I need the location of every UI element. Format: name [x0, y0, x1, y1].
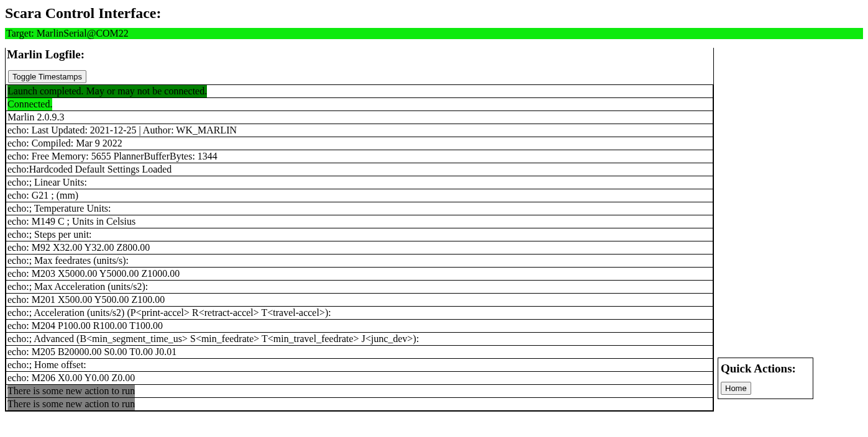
log-entry-text: Marlin 2.0.9.3 — [6, 111, 713, 124]
log-row: echo: M204 P100.00 R100.00 T100.00 — [6, 320, 713, 333]
log-row: echo: M206 X0.00 Y0.00 Z0.00 — [6, 372, 713, 385]
log-entry-text: echo:; Linear Units: — [6, 176, 713, 189]
log-row: echo: M201 X500.00 Y500.00 Z100.00 — [6, 294, 713, 307]
log-entry-text: echo: M206 X0.00 Y0.00 Z0.00 — [6, 372, 713, 385]
log-row: echo:; Max feedrates (units/s): — [6, 255, 713, 268]
log-entry-text: echo: M149 C ; Units in Celsius — [6, 215, 713, 228]
log-row: echo:; Acceleration (units/s2) (P<print-… — [6, 307, 713, 320]
log-entry-text: echo:; Max feedrates (units/s): — [6, 255, 713, 268]
home-button[interactable]: Home — [721, 382, 751, 395]
log-entry-text: echo: M203 X5000.00 Y5000.00 Z1000.00 — [6, 268, 713, 281]
logfile-heading: Marlin Logfile: — [7, 48, 713, 61]
log-row: echo:; Steps per unit: — [6, 228, 713, 241]
quick-actions-heading: Quick Actions: — [721, 362, 810, 376]
log-row: echo: M203 X5000.00 Y5000.00 Z1000.00 — [6, 268, 713, 281]
log-row: echo: Free Memory: 5655 PlannerBufferByt… — [6, 150, 713, 163]
log-entry-text: echo: M204 P100.00 R100.00 T100.00 — [6, 320, 713, 333]
log-row: echo: G21 ; (mm) — [6, 189, 713, 202]
log-entry-text: Launch completed. May or may not be conn… — [7, 85, 207, 97]
log-row: There is some new action to run — [6, 398, 713, 411]
log-entry-text: echo: M201 X500.00 Y500.00 Z100.00 — [6, 294, 713, 307]
log-table: Launch completed. May or may not be conn… — [6, 84, 713, 411]
logfile-panel: Marlin Logfile: Toggle Timestamps Launch… — [5, 48, 714, 412]
log-row: echo: M92 X32.00 Y32.00 Z800.00 — [6, 241, 713, 255]
log-row: Connected. — [6, 98, 713, 111]
page-title: Scara Control Interface: — [5, 5, 863, 22]
quick-actions-panel: Quick Actions: Home — [718, 358, 813, 399]
log-entry-text: echo: M92 X32.00 Y32.00 Z800.00 — [6, 241, 713, 255]
log-row: echo: M149 C ; Units in Celsius — [6, 215, 713, 228]
log-row: echo:; Advanced (B<min_segment_time_us> … — [6, 333, 713, 346]
log-entry-text: There is some new action to run — [7, 385, 135, 397]
log-row: Launch completed. May or may not be conn… — [6, 85, 713, 98]
log-row: echo: Compiled: Mar 9 2022 — [6, 137, 713, 150]
log-entry-text: Connected. — [7, 98, 52, 110]
log-row: echo:Hardcoded Default Settings Loaded — [6, 163, 713, 176]
log-row: echo:; Temperature Units: — [6, 202, 713, 215]
log-entry-text: echo: Last Updated: 2021-12-25 | Author:… — [6, 124, 713, 137]
log-entry-text: echo: M205 B20000.00 S0.00 T0.00 J0.01 — [6, 346, 713, 359]
log-row: Marlin 2.0.9.3 — [6, 111, 713, 124]
log-entry-text: echo: G21 ; (mm) — [6, 189, 713, 202]
log-entry-text: echo:; Home offset: — [6, 359, 713, 372]
log-entry-text: There is some new action to run — [7, 398, 135, 410]
log-entry-text: echo:; Temperature Units: — [6, 202, 713, 215]
log-entry-text: echo:; Steps per unit: — [6, 228, 713, 241]
log-row: echo: M205 B20000.00 S0.00 T0.00 J0.01 — [6, 346, 713, 359]
log-entry-text: echo: Free Memory: 5655 PlannerBufferByt… — [6, 150, 713, 163]
target-status-bar: Target: MarlinSerial@COM22 — [5, 28, 863, 39]
log-row: echo:; Home offset: — [6, 359, 713, 372]
log-entry-text: echo:; Advanced (B<min_segment_time_us> … — [6, 333, 713, 346]
log-row: echo:; Max Acceleration (units/s2): — [6, 281, 713, 294]
log-entry-text: echo:; Max Acceleration (units/s2): — [6, 281, 713, 294]
log-row: echo: Last Updated: 2021-12-25 | Author:… — [6, 124, 713, 137]
toggle-timestamps-button[interactable]: Toggle Timestamps — [8, 70, 86, 83]
log-entry-text: echo:; Acceleration (units/s2) (P<print-… — [6, 307, 713, 320]
log-entry-text: echo:Hardcoded Default Settings Loaded — [6, 163, 713, 176]
log-row: echo:; Linear Units: — [6, 176, 713, 189]
log-row: There is some new action to run — [6, 385, 713, 398]
log-entry-text: echo: Compiled: Mar 9 2022 — [6, 137, 713, 150]
